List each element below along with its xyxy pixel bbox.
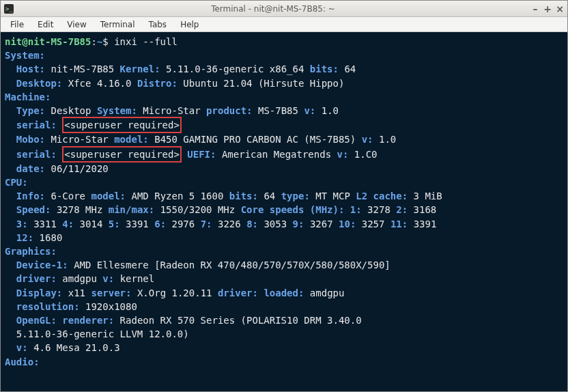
menu-view[interactable]: View <box>60 18 93 31</box>
terminal-body[interactable]: nit@nit-MS-7B85:~$ inxi --full System: H… <box>1 32 567 391</box>
menubar: File Edit View Terminal Tabs Help <box>1 17 567 32</box>
menu-terminal[interactable]: Terminal <box>94 18 142 31</box>
terminal-window: >_ Terminal - nit@nit-MS-7B85: ~ – + × F… <box>0 0 568 392</box>
menu-help[interactable]: Help <box>173 18 205 31</box>
svg-text:>_: >_ <box>5 5 13 12</box>
menu-edit[interactable]: Edit <box>31 18 60 31</box>
section-system: System: <box>5 50 45 61</box>
section-machine: Machine: <box>5 92 51 102</box>
prompt-sep: : <box>91 36 96 47</box>
close-button[interactable]: × <box>555 4 565 14</box>
maximize-button[interactable]: + <box>543 4 552 14</box>
menu-tabs[interactable]: Tabs <box>142 18 174 31</box>
app-icon: >_ <box>3 3 14 14</box>
highlight-superuser-2: <superuser required> <box>62 146 182 163</box>
section-graphics: Graphics: <box>5 246 57 257</box>
section-audio: Audio: <box>5 356 40 367</box>
minimize-button[interactable]: – <box>530 4 540 14</box>
command: inxi --full <box>114 36 178 47</box>
prompt-sign: $ <box>102 36 108 47</box>
prompt-user: nit@nit-MS-7B85 <box>5 36 91 47</box>
highlight-superuser-1: <superuser required> <box>62 117 182 133</box>
window-title: Terminal - nit@nit-MS-7B85: ~ <box>18 4 528 14</box>
titlebar: >_ Terminal - nit@nit-MS-7B85: ~ – + × <box>1 1 567 17</box>
section-cpu: CPU: <box>5 177 28 188</box>
menu-file[interactable]: File <box>3 18 31 31</box>
